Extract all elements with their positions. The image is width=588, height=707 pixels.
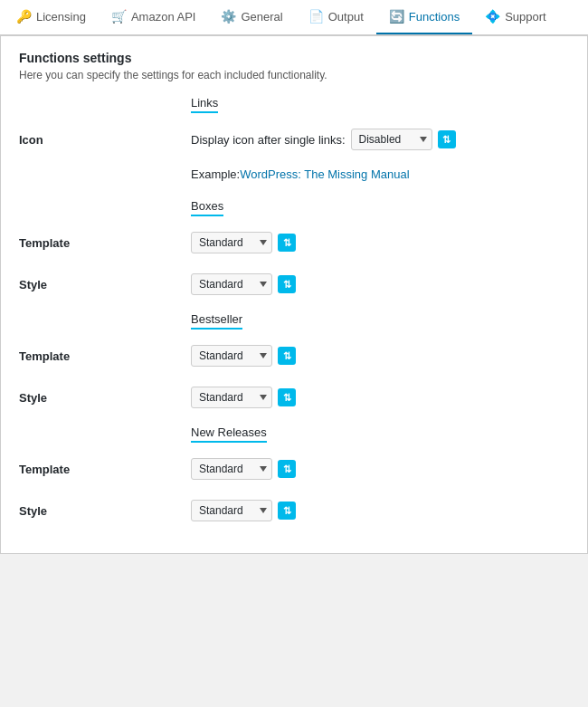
boxes-template-control: Standard Classic Modern ⇅ bbox=[191, 232, 296, 253]
tab-functions[interactable]: 🔄 Functions bbox=[376, 0, 472, 34]
bestseller-style-control: Standard Classic Modern ⇅ bbox=[191, 387, 296, 408]
display-icon-label: Display icon after single links: bbox=[191, 133, 346, 147]
new-releases-template-label: Template bbox=[19, 463, 191, 476]
bestseller-template-info-icon[interactable]: ⇅ bbox=[278, 347, 296, 365]
boxes-style-control: Standard Classic Modern ⇅ bbox=[191, 273, 296, 295]
new-releases-section: New Releases Template Standard Classic M… bbox=[19, 425, 569, 524]
new-releases-template-control: Standard Classic Modern ⇅ bbox=[191, 458, 296, 480]
boxes-style-select[interactable]: Standard Classic Modern bbox=[191, 273, 272, 295]
boxes-style-label: Style bbox=[19, 278, 191, 291]
tab-output[interactable]: 📄 Output bbox=[296, 0, 376, 34]
links-header: Links bbox=[191, 96, 218, 113]
new-releases-template-select[interactable]: Standard Classic Modern bbox=[191, 458, 272, 480]
icon-row: Icon Display icon after single links: Di… bbox=[19, 126, 569, 153]
example-prefix: Example: bbox=[191, 167, 240, 181]
bestseller-style-select[interactable]: Standard Classic Modern bbox=[191, 387, 272, 408]
icon-info-icon[interactable]: ⇅ bbox=[438, 130, 456, 148]
example-link[interactable]: WordPress: The Missing Manual bbox=[240, 167, 409, 181]
output-icon: 📄 bbox=[308, 9, 324, 24]
boxes-style-row: Style Standard Classic Modern ⇅ bbox=[19, 271, 569, 298]
bestseller-template-control: Standard Classic Modern ⇅ bbox=[191, 345, 296, 367]
bestseller-style-row: Style Standard Classic Modern ⇅ bbox=[19, 384, 569, 411]
icon-select[interactable]: Disabled Enabled bbox=[351, 129, 432, 150]
bestseller-style-info-icon[interactable]: ⇅ bbox=[278, 388, 296, 406]
boxes-style-info-icon[interactable]: ⇅ bbox=[278, 275, 296, 293]
section-title: Functions settings bbox=[19, 51, 569, 65]
boxes-header: Boxes bbox=[191, 199, 223, 216]
new-releases-style-info-icon[interactable]: ⇅ bbox=[278, 502, 296, 520]
boxes-template-info-icon[interactable]: ⇅ bbox=[278, 234, 296, 252]
section-desc: Here you can specify the settings for ea… bbox=[19, 69, 569, 81]
licensing-icon: 🔑 bbox=[16, 9, 32, 24]
new-releases-style-control: Standard Classic Modern ⇅ bbox=[191, 500, 296, 521]
boxes-template-label: Template bbox=[19, 236, 191, 250]
support-icon: 💠 bbox=[485, 9, 500, 24]
boxes-template-select[interactable]: Standard Classic Modern bbox=[191, 232, 272, 253]
general-icon: ⚙️ bbox=[221, 9, 236, 24]
bestseller-template-select[interactable]: Standard Classic Modern bbox=[191, 345, 272, 367]
bestseller-section: Bestseller Template Standard Classic Mod… bbox=[19, 312, 569, 411]
example-row: Example: WordPress: The Missing Manual bbox=[19, 167, 569, 181]
functions-icon: 🔄 bbox=[389, 9, 404, 24]
tab-licensing[interactable]: 🔑 Licensing bbox=[4, 0, 99, 34]
new-releases-header: New Releases bbox=[191, 425, 267, 443]
icon-control: Display icon after single links: Disable… bbox=[191, 129, 456, 150]
new-releases-template-info-icon[interactable]: ⇅ bbox=[278, 460, 296, 478]
tabs-bar: 🔑 Licensing 🛒 Amazon API ⚙️ General 📄 Ou… bbox=[0, 0, 588, 35]
bestseller-header: Bestseller bbox=[191, 312, 242, 330]
boxes-section: Boxes Template Standard Classic Modern ⇅… bbox=[19, 199, 569, 298]
new-releases-style-select[interactable]: Standard Classic Modern bbox=[191, 500, 272, 521]
tab-general[interactable]: ⚙️ General bbox=[208, 0, 295, 34]
icon-label: Icon bbox=[19, 133, 191, 147]
tab-support[interactable]: 💠 Support bbox=[472, 0, 559, 34]
tab-amazon-api[interactable]: 🛒 Amazon API bbox=[99, 0, 209, 34]
content-area: Functions settings Here you can specify … bbox=[0, 35, 588, 554]
links-section: Links Icon Display icon after single lin… bbox=[19, 96, 569, 181]
bestseller-template-label: Template bbox=[19, 349, 191, 363]
bestseller-style-label: Style bbox=[19, 391, 191, 405]
amazon-api-icon: 🛒 bbox=[111, 9, 127, 24]
new-releases-style-row: Style Standard Classic Modern ⇅ bbox=[19, 497, 569, 524]
boxes-template-row: Template Standard Classic Modern ⇅ bbox=[19, 229, 569, 256]
new-releases-template-row: Template Standard Classic Modern ⇅ bbox=[19, 455, 569, 482]
new-releases-style-label: Style bbox=[19, 504, 191, 518]
bestseller-template-row: Template Standard Classic Modern ⇅ bbox=[19, 342, 569, 369]
